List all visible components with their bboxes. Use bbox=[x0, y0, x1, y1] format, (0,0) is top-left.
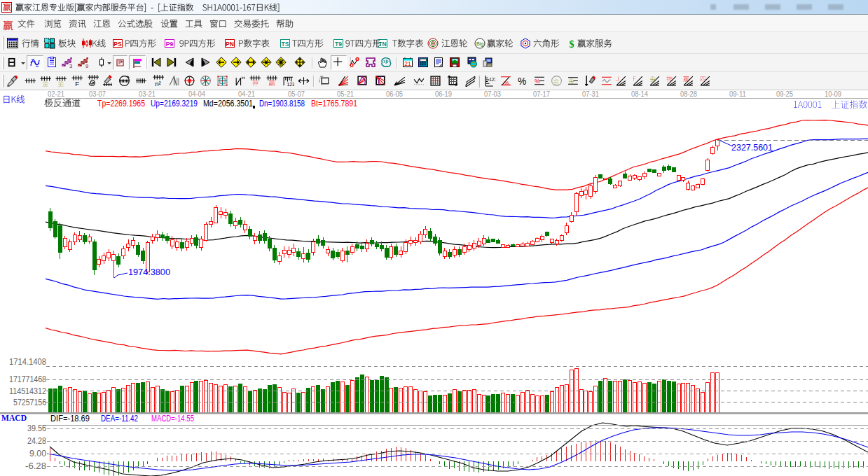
svg-text:09-25: 09-25 bbox=[776, 90, 793, 98]
svg-text:P9: P9 bbox=[166, 41, 174, 48]
svg-text:123: 123 bbox=[490, 77, 496, 82]
svg-text:39.56: 39.56 bbox=[27, 424, 46, 433]
svg-text:57257156: 57257156 bbox=[13, 398, 46, 407]
svg-text:10-09: 10-09 bbox=[825, 90, 841, 98]
svg-text:1714.1408: 1714.1408 bbox=[9, 357, 46, 367]
svg-text:24.28: 24.28 bbox=[27, 436, 46, 446]
svg-text:9: 9 bbox=[85, 63, 88, 69]
svg-text:04-04: 04-04 bbox=[188, 90, 205, 98]
svg-text:TS: TS bbox=[282, 41, 289, 48]
svg-text:Tp=2269.1965: Tp=2269.1965 bbox=[97, 99, 145, 108]
svg-text:DEA=-11.42: DEA=-11.42 bbox=[101, 414, 138, 424]
svg-text:05-07: 05-07 bbox=[288, 90, 305, 98]
svg-text:04-21: 04-21 bbox=[238, 90, 255, 98]
svg-text:09-11: 09-11 bbox=[729, 90, 746, 98]
svg-text:03-07: 03-07 bbox=[89, 90, 106, 98]
svg-text:Big: Big bbox=[476, 41, 483, 47]
svg-text:T9: T9 bbox=[335, 41, 342, 48]
svg-text:114514312: 114514312 bbox=[9, 386, 46, 396]
svg-text:$: $ bbox=[570, 39, 574, 50]
svg-text:07-17: 07-17 bbox=[533, 90, 550, 98]
svg-text:123: 123 bbox=[287, 82, 294, 87]
svg-text:08-14: 08-14 bbox=[631, 90, 648, 98]
svg-text:Bt=1765.7891: Bt=1765.7891 bbox=[311, 99, 357, 108]
svg-text:F: F bbox=[75, 80, 79, 87]
svg-text:n²: n² bbox=[155, 80, 161, 87]
svg-text:-6.28: -6.28 bbox=[25, 461, 46, 471]
svg-text:MACD: MACD bbox=[1, 413, 27, 423]
svg-text:06-05: 06-05 bbox=[386, 90, 403, 98]
svg-text:171771468: 171771468 bbox=[9, 374, 46, 384]
svg-text:05-21: 05-21 bbox=[337, 90, 354, 98]
svg-text:MACD=-14.55: MACD=-14.55 bbox=[151, 414, 194, 424]
svg-text:1974.3800: 1974.3800 bbox=[128, 267, 170, 277]
svg-text:08-28: 08-28 bbox=[680, 90, 697, 98]
svg-text:Up=2169.3219: Up=2169.3219 bbox=[151, 99, 198, 108]
svg-text:3: 3 bbox=[69, 63, 72, 69]
svg-text:2327.5601: 2327.5601 bbox=[731, 143, 773, 153]
svg-text:06-19: 06-19 bbox=[435, 90, 452, 98]
svg-text:%: % bbox=[518, 76, 526, 87]
svg-text:07-03: 07-03 bbox=[484, 90, 501, 98]
svg-text:PS: PS bbox=[113, 41, 122, 48]
svg-text:21: 21 bbox=[404, 60, 411, 67]
svg-text:%: % bbox=[535, 78, 540, 85]
svg-text:Md=2056.3501: Md=2056.3501 bbox=[203, 99, 253, 108]
svg-text:DIF=-18.69: DIF=-18.69 bbox=[50, 414, 90, 424]
svg-text:Dn=1903.8158: Dn=1903.8158 bbox=[259, 99, 305, 108]
svg-text:07-31: 07-31 bbox=[582, 90, 599, 98]
svg-text:9.00: 9.00 bbox=[29, 449, 46, 458]
svg-text:PN: PN bbox=[226, 41, 234, 48]
svg-text:%: % bbox=[504, 80, 509, 86]
svg-text:03-21: 03-21 bbox=[139, 90, 156, 98]
